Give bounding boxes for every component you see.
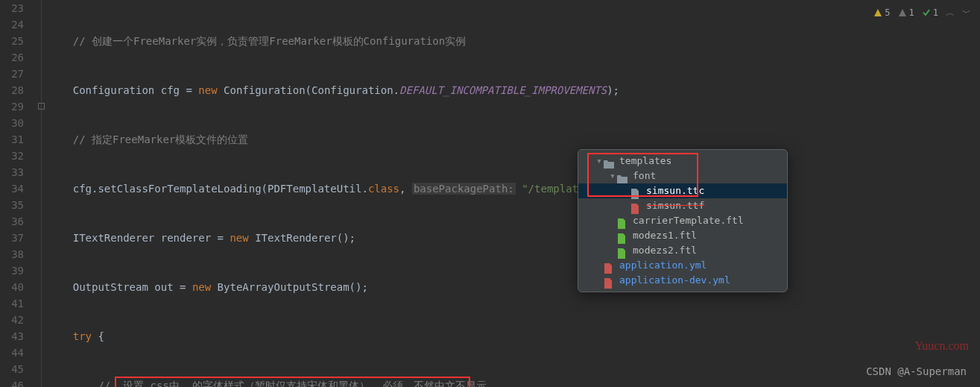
- line-number: 38: [0, 246, 24, 262]
- code-text: ByteArrayOutputStream();: [211, 281, 368, 293]
- tree-folder-font[interactable]: ▾ font: [578, 169, 787, 183]
- ftl-file-icon: [617, 245, 629, 256]
- warning-icon: [873, 8, 882, 17]
- inspection-indicators[interactable]: 5 1 1 ︿ ﹀: [873, 4, 971, 21]
- fold-column[interactable]: [37, 0, 48, 387]
- line-number: 28: [0, 82, 24, 98]
- warnings-indicator[interactable]: 5: [873, 4, 890, 21]
- line-number: 45: [0, 361, 24, 377]
- code-param-hint: basePackagePath:: [412, 183, 516, 195]
- code-text: Configuration cfg =: [73, 84, 199, 96]
- code-keyword: try: [73, 330, 92, 342]
- code-comment: // 创建一个FreeMarker实例，负责管理FreeMarker模板的Con…: [73, 35, 466, 47]
- line-number: 42: [0, 312, 24, 328]
- tree-label: simsun.ttf: [646, 198, 704, 213]
- tree-file-app-dev-yml[interactable]: application-dev.yml: [578, 273, 787, 288]
- chevron-down-icon[interactable]: ▾: [595, 154, 604, 169]
- line-number: 23: [0, 0, 24, 16]
- code-keyword: class: [368, 183, 399, 195]
- ftl-file-icon: [617, 230, 629, 241]
- code-keyword: new: [230, 232, 248, 244]
- yml-file-icon: [604, 275, 616, 286]
- yml-file-icon: [604, 260, 616, 271]
- chevron-down-icon[interactable]: ﹀: [962, 4, 971, 21]
- warnings-count: 5: [885, 4, 890, 21]
- watermark-text: Yuucn.com: [915, 338, 969, 354]
- error-icon: [898, 8, 907, 17]
- tree-label: application-dev.yml: [619, 273, 730, 288]
- line-number: 25: [0, 33, 24, 49]
- tree-file-app-yml[interactable]: application.yml: [578, 258, 787, 273]
- errors-count: 1: [909, 4, 914, 21]
- file-tree-popup[interactable]: ▾ templates ▾ font simsun.ttc simsun.ttf…: [578, 149, 788, 292]
- annotation-box: [115, 377, 470, 387]
- code-text: ITextRenderer();: [249, 232, 355, 244]
- code-constant: DEFAULT_INCOMPATIBLE_IMPROVEMENTS: [399, 84, 607, 96]
- code-text: );: [607, 84, 619, 96]
- code-text: Configuration(Configuration.: [218, 84, 399, 96]
- line-number: 32: [0, 148, 24, 164]
- line-gutter: 23 24 25 26 27 28 29 30 31 32 33 34 35 3…: [0, 0, 37, 387]
- errors-indicator[interactable]: 1: [898, 4, 914, 21]
- line-number: 37: [0, 230, 24, 246]
- ftl-file-icon: [617, 215, 629, 226]
- line-number: 33: [0, 164, 24, 180]
- tree-label: font: [633, 169, 656, 183]
- code-text: {: [92, 330, 104, 342]
- line-number: 26: [0, 49, 24, 66]
- tree-label: modezs1.ftl: [633, 228, 697, 243]
- tree-label: application.yml: [619, 258, 706, 273]
- line-number: 35: [0, 197, 24, 213]
- tree-file-simsun-ttc[interactable]: simsun.ttc: [578, 183, 787, 198]
- line-number: 40: [0, 279, 24, 295]
- tree-file-simsun-ttf[interactable]: simsun.ttf: [578, 198, 787, 213]
- line-number: 24: [0, 16, 24, 33]
- line-number: 30: [0, 115, 24, 131]
- line-number: 34: [0, 180, 24, 197]
- tree-label: modezs2.ftl: [633, 243, 697, 258]
- checks-count: 1: [933, 4, 938, 21]
- line-number: 29: [0, 98, 24, 115]
- chevron-down-icon[interactable]: ▾: [608, 169, 617, 183]
- tree-label: carrierTemplate.ftl: [633, 213, 744, 228]
- fold-guide: [41, 0, 42, 387]
- code-comment: // 指定FreeMarker模板文件的位置: [73, 133, 249, 145]
- line-number: 27: [0, 66, 24, 82]
- file-icon: [630, 186, 642, 196]
- code-text: cfg.setClassForTemplateLoading(PDFTempla…: [73, 183, 368, 195]
- credit-text: CSDN @A-Superman: [866, 363, 967, 380]
- code-editor[interactable]: 23 24 25 26 27 28 29 30 31 32 33 34 35 3…: [0, 0, 980, 387]
- code-text: OutputStream out =: [73, 281, 192, 293]
- line-number: 41: [0, 295, 24, 312]
- tree-file-carrier[interactable]: carrierTemplate.ftl: [578, 213, 787, 228]
- line-number: 43: [0, 328, 24, 344]
- code-area[interactable]: // 创建一个FreeMarker实例，负责管理FreeMarker模板的Con…: [48, 0, 980, 387]
- tree-label: templates: [619, 154, 671, 169]
- file-icon: [630, 201, 642, 211]
- line-number: 39: [0, 262, 24, 279]
- tree-folder-templates[interactable]: ▾ templates: [578, 154, 787, 169]
- code-text: ,: [399, 183, 412, 195]
- line-number: 36: [0, 213, 24, 230]
- line-number: 44: [0, 344, 24, 361]
- folder-icon: [604, 156, 616, 166]
- chevron-up-icon[interactable]: ︿: [946, 4, 955, 21]
- tree-file-modezs2[interactable]: modezs2.ftl: [578, 243, 787, 258]
- code-text: ITextRenderer renderer =: [73, 232, 230, 244]
- check-icon: [922, 8, 931, 17]
- checks-indicator[interactable]: 1: [922, 4, 938, 21]
- fold-toggle-icon[interactable]: [38, 103, 45, 110]
- folder-icon: [617, 171, 629, 181]
- line-number: 31: [0, 131, 24, 148]
- line-number: 46: [0, 377, 24, 387]
- code-keyword: new: [192, 281, 211, 293]
- tree-file-modezs1[interactable]: modezs1.ftl: [578, 228, 787, 243]
- code-keyword: new: [198, 84, 217, 96]
- tree-label: simsun.ttc: [646, 183, 704, 198]
